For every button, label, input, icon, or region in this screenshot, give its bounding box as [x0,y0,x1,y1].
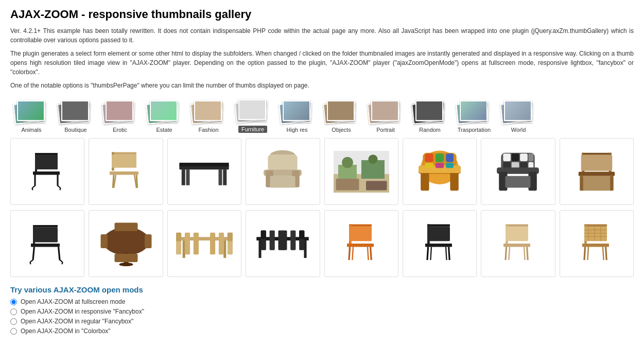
svg-rect-86 [228,233,233,242]
gallery-thumb-11 [171,214,238,273]
open-modes-title: Try various AJAX-ZOOM open mods [10,285,634,294]
category-thumb-highres [279,98,316,125]
svg-rect-9 [110,171,138,175]
svg-line-109 [368,247,369,260]
category-thumb-boutique [57,98,94,125]
svg-rect-59 [582,152,611,154]
category-item-world[interactable]: World [497,98,539,133]
furniture-svg-1 [27,146,68,197]
radio-regular-fancybox[interactable] [10,318,17,325]
gallery-item-3[interactable] [167,138,241,205]
svg-rect-42 [446,153,454,162]
gallery-item-2[interactable] [89,138,163,205]
svg-rect-89 [194,233,199,254]
svg-rect-47 [503,153,511,161]
category-item-fashion[interactable]: Fashion [187,98,230,133]
category-item-erotic[interactable]: Erotic [99,98,141,133]
gallery-thumb-9 [14,214,81,273]
svg-rect-58 [506,176,531,187]
gallery-row-1 [10,138,634,205]
gallery-item-14[interactable] [403,210,477,277]
category-label-portrait: Portrait [376,127,394,133]
radio-option-4[interactable]: Open AJAX-ZOOM in "Colorbox" [10,327,634,335]
gallery-thumb-12 [249,214,316,273]
svg-rect-63 [579,171,615,176]
description-2: The plugin generates a select form eleme… [10,49,634,77]
svg-rect-50 [529,153,534,161]
gallery-thumb-10 [92,214,159,273]
radio-label-colorbox: Open AJAX-ZOOM in "Colorbox" [21,327,111,335]
gallery-thumb-8 [563,142,630,201]
svg-rect-84 [176,233,181,242]
gallery-item-9[interactable] [10,210,84,277]
gallery-item-7[interactable] [481,138,555,205]
radio-fullscreen[interactable] [10,299,17,305]
svg-rect-98 [270,231,275,250]
radio-option-2[interactable]: Open AJAX-ZOOM in responsive "Fancybox" [10,308,634,315]
svg-rect-110 [427,224,450,227]
category-item-animals[interactable]: Animals [10,98,53,133]
category-label-estate: Estate [156,127,172,133]
gallery-thumb-15 [484,214,551,273]
gallery-item-4[interactable] [246,138,320,205]
svg-line-125 [524,247,525,260]
gallery-thumb-7 [484,142,551,201]
furniture-svg-2 [106,146,147,197]
svg-rect-62 [581,154,613,170]
svg-line-72 [59,247,60,260]
radio-colorbox[interactable] [10,328,17,335]
category-item-boutique[interactable]: Boutique [55,98,97,133]
category-label-boutique: Boutique [64,127,86,133]
gallery-item-5[interactable] [324,138,398,205]
category-label-highres: High res [287,127,308,133]
svg-line-136 [584,247,585,260]
category-item-portrait[interactable]: Portrait [364,98,407,133]
category-item-objects[interactable]: Objects [320,98,362,133]
gallery-row-2 [10,210,634,277]
svg-rect-104 [349,227,372,241]
category-list: Animals Boutique Erotic Estate [10,97,634,133]
svg-line-124 [509,247,510,260]
gallery-thumb-16 [563,214,630,273]
gallery-item-12[interactable] [246,210,320,277]
category-item-highres[interactable]: High res [276,98,318,133]
svg-rect-78 [114,223,137,231]
furniture-svg-7 [495,147,541,196]
svg-line-115 [449,247,450,260]
gallery-item-1[interactable] [10,138,84,205]
category-label-animals: Animals [21,127,41,133]
svg-line-107 [370,247,371,260]
svg-point-73 [103,228,149,255]
category-item-estate[interactable]: Estate [143,98,185,133]
radio-option-3[interactable]: Open AJAX-ZOOM in regular "Fancybox" [10,318,634,325]
svg-rect-101 [282,231,287,250]
radio-option-1[interactable]: Open AJAX-ZOOM at fullscreen mode [10,298,634,305]
gallery-thumb-3 [171,142,238,201]
svg-rect-18 [219,169,222,185]
gallery-item-15[interactable] [481,210,555,277]
svg-rect-66 [610,176,614,191]
svg-rect-25 [270,176,295,187]
gallery-item-6[interactable] [403,138,477,205]
svg-rect-2 [35,155,58,169]
furniture-svg-4 [259,147,306,196]
description-1: Ver. 4.2.1+ This example has been totall… [10,26,634,45]
svg-rect-43 [425,163,433,168]
gallery-item-11[interactable] [167,210,241,277]
category-label-furniture: Furniture [238,126,267,133]
radio-responsive-fancybox[interactable] [10,308,17,315]
gallery-item-8[interactable] [560,138,634,205]
gallery-item-16[interactable] [560,210,634,277]
gallery-item-10[interactable] [89,210,163,277]
category-item-transportation[interactable]: Trasportation [453,98,495,133]
gallery-item-13[interactable] [324,210,398,277]
svg-rect-16 [223,169,227,185]
category-item-random[interactable]: Random [409,98,451,133]
category-label-random: Random [419,127,441,133]
svg-line-139 [603,247,604,260]
furniture-svg-13 [341,218,382,269]
furniture-svg-12 [254,223,311,264]
category-item-furniture[interactable]: Furniture [232,97,274,133]
open-modes-section: Try various AJAX-ZOOM open mods Open AJA… [10,285,634,335]
furniture-svg-9 [27,218,68,269]
